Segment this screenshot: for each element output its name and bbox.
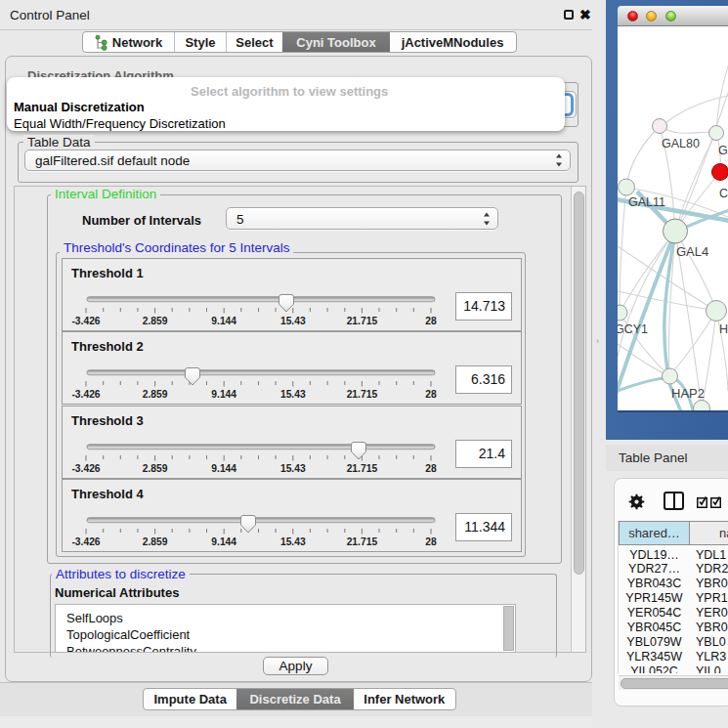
svg-text:HAP2: HAP2 xyxy=(671,386,705,401)
svg-text:GAL80: GAL80 xyxy=(662,137,700,150)
svg-text:9.144: 9.144 xyxy=(211,462,236,473)
svg-text:2.859: 2.859 xyxy=(143,536,168,547)
svg-text:21.715: 21.715 xyxy=(347,315,378,325)
svg-text:9.144: 9.144 xyxy=(211,536,236,547)
svg-text:9.144: 9.144 xyxy=(211,389,236,400)
svg-text:GAL11: GAL11 xyxy=(628,195,665,209)
svg-text:28: 28 xyxy=(425,389,437,400)
svg-text:-3.426: -3.426 xyxy=(71,315,100,325)
svg-text:28: 28 xyxy=(425,315,437,325)
svg-text:28: 28 xyxy=(425,536,437,547)
svg-text:2.859: 2.859 xyxy=(143,389,168,400)
svg-text:-3.426: -3.426 xyxy=(71,536,100,547)
svg-text:GCY1: GCY1 xyxy=(618,322,648,336)
svg-text:21.715: 21.715 xyxy=(347,462,378,473)
svg-text:15.43: 15.43 xyxy=(280,462,306,473)
svg-text:C: C xyxy=(719,187,728,200)
svg-text:2.859: 2.859 xyxy=(143,462,168,473)
svg-text:15.43: 15.43 xyxy=(280,536,306,547)
svg-text:H: H xyxy=(719,322,728,336)
svg-text:21.715: 21.715 xyxy=(347,536,378,547)
svg-text:GA: GA xyxy=(718,144,728,157)
svg-text:-3.426: -3.426 xyxy=(71,389,100,400)
svg-text:15.43: 15.43 xyxy=(280,315,306,325)
svg-text:21.715: 21.715 xyxy=(347,389,378,400)
svg-text:GAL4: GAL4 xyxy=(676,244,708,259)
svg-text:28: 28 xyxy=(425,462,437,473)
svg-text:9.144: 9.144 xyxy=(211,315,236,325)
svg-text:-3.426: -3.426 xyxy=(71,462,100,473)
svg-text:2.859: 2.859 xyxy=(143,315,168,325)
svg-text:15.43: 15.43 xyxy=(280,389,306,400)
